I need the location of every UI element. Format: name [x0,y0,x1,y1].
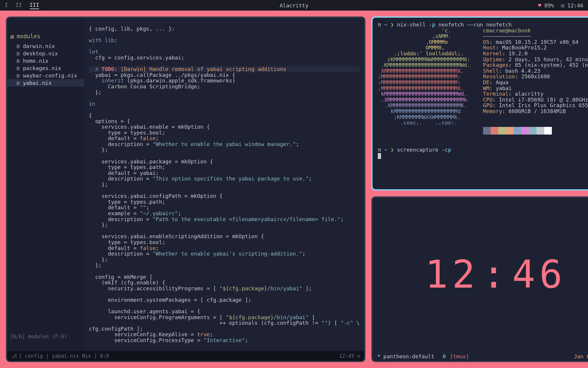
menubar-clock-text: 12:46 [567,2,583,9]
code-content[interactable]: { config, lib, pkgs, ... }: with lib; le… [89,26,360,343]
clock-colon: : [479,252,512,297]
tmux-statusbar: * pantheon:default 0 [tmux] Jan 04 12:46 [372,352,588,361]
file-icon [16,43,21,49]
file-item-home[interactable]: home.nix [7,57,84,64]
tmux-session: pantheon:default [383,353,434,359]
tmux-win-index[interactable]: 0 [442,353,446,359]
terminal-output: π ~ ❯ nix-shell -p neofetch ——run neofet… [378,22,588,159]
menubar-clock: ◷ 12:46 [561,2,583,9]
clock-window[interactable]: 12:46 * pantheon:default 0 [tmux] Jan 04… [371,196,588,362]
file-item-desktop[interactable]: desktop.nix [7,50,84,57]
status-time: 12:45 ⊙ [339,353,360,359]
file-label: waybar-config.nix [23,72,77,79]
code-editor[interactable]: { config, lib, pkgs, ... }: with lib; le… [84,18,364,351]
menubar-app-title: Alacritty [280,2,308,9]
terminal-cursor [378,153,381,159]
file-icon [16,65,21,71]
terminal-window[interactable]: π ~ ❯ nix-shell -p neofetch ——run neofet… [371,16,588,190]
file-label: desktop.nix [23,50,58,57]
clock-icon: ◷ [561,2,564,9]
space-1[interactable]: I [5,2,8,9]
battery-indicator: ♥ 89% [538,2,554,9]
file-icon [16,80,21,86]
spaces: I II III [5,2,39,9]
file-label: home.nix [23,58,49,64]
file-icon [16,58,21,64]
sidebar-folder-header[interactable]: modules [7,32,84,42]
file-item-waybar[interactable]: waybar-config.nix [7,72,84,79]
file-label: yabai.nix [23,80,52,86]
tmux-active-marker-icon: * [377,353,380,359]
clock-mins: 46 [512,252,567,297]
menubar: I II III Alacritty ♥ 89% ◷ 12:46 [0,0,588,11]
file-item-packages[interactable]: packages.nix [7,64,84,72]
status-crumbs: | config | yabai.nix Nix | 8:0 [19,353,109,359]
tmux-win-name[interactable]: [tmux] [450,353,469,359]
file-label: packages.nix [23,65,61,71]
tmux-date: Jan 04 [574,353,588,359]
editor-statusbar: ⎇ | config | yabai.nix Nix | 8:0 12:45 ⊙ [7,351,364,361]
folder-icon [11,33,14,39]
heart-icon: ♥ [538,2,541,9]
file-icon [16,72,21,79]
file-list: darwin.nix desktop.nix home.nix packages… [7,42,84,87]
clock-body: 12:46 [372,198,588,352]
editor-window[interactable]: modules darwin.nix desktop.nix home.nix … [6,16,365,362]
clock-hours: 12 [425,252,479,297]
battery-percent: 89% [544,2,554,9]
space-3[interactable]: III [30,2,39,9]
file-tree-sidebar: modules darwin.nix desktop.nix home.nix … [7,18,84,351]
sidebar-status: [6/6] modules (F:6) [7,332,84,341]
color-swatches [483,127,552,135]
file-item-darwin[interactable]: darwin.nix [7,42,84,50]
file-icon [16,50,21,57]
sidebar-folder-name: modules [17,33,40,39]
file-label: darwin.nix [23,43,55,49]
terminal-content[interactable]: π ~ ❯ nix-shell -p neofetch ——run neofet… [372,18,588,163]
digital-clock: 12:46 [425,252,566,297]
space-2[interactable]: II [16,2,22,9]
branch-icon: ⎇ [11,353,17,359]
file-item-yabai[interactable]: ▯yabai.nix [7,79,84,87]
